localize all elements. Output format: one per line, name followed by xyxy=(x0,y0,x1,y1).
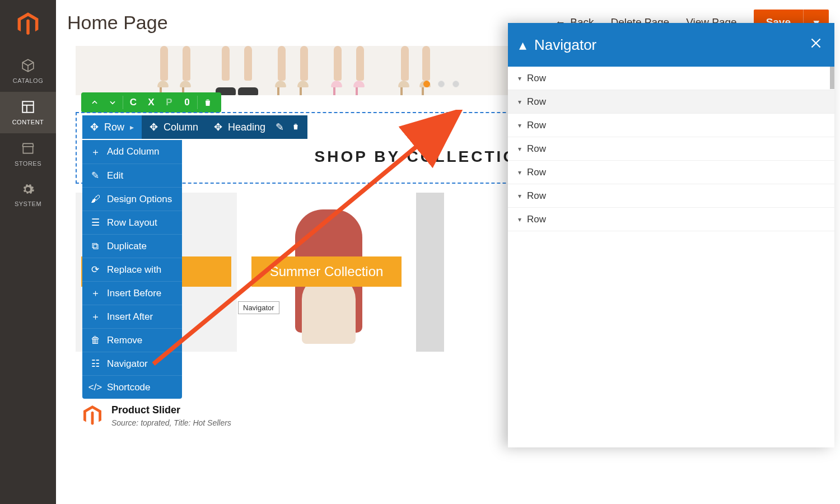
move-icon: ✥ xyxy=(90,121,99,133)
product-slider-subtitle: Source: toprated, Title: Hot Sellers xyxy=(111,418,231,427)
close-icon[interactable] xyxy=(809,36,823,54)
slider-dot-3[interactable] xyxy=(452,81,459,87)
paste-button[interactable]: P xyxy=(160,97,178,108)
gear-icon xyxy=(0,183,56,197)
svg-rect-0 xyxy=(22,101,34,113)
navigator-row[interactable]: ▾Row xyxy=(508,90,834,114)
cube-icon xyxy=(0,58,56,74)
ctx-edit[interactable]: ✎Edit xyxy=(82,164,182,187)
ctx-add-column[interactable]: ＋Add Column xyxy=(82,140,182,164)
ctx-insert-before[interactable]: ＋Insert Before xyxy=(82,281,182,305)
ctx-replace[interactable]: ⟳Replace with xyxy=(82,258,182,281)
navigator-row[interactable]: ▾Row xyxy=(508,114,834,137)
move-icon: ✥ xyxy=(214,121,222,133)
ctx-insert-after[interactable]: ＋Insert After xyxy=(82,305,182,328)
pencil-icon[interactable]: ✎ xyxy=(276,121,284,133)
crumb-column-label: Column xyxy=(164,122,198,133)
card-band-2: Summer Collection xyxy=(251,256,402,287)
copy-icon: ⧉ xyxy=(90,241,100,252)
layers-icon: ☷ xyxy=(90,358,100,370)
nav-content-label: CONTENT xyxy=(12,119,44,125)
ctx-design-options[interactable]: 🖌Design Options xyxy=(82,187,182,211)
collection-card-2[interactable]: Summer Collection xyxy=(246,193,407,352)
collapse-icon[interactable]: ▴ xyxy=(519,36,526,54)
chevron-down-icon: ▾ xyxy=(518,169,521,176)
navigator-row[interactable]: ▾Row xyxy=(508,137,834,161)
cut-button[interactable]: X xyxy=(142,97,160,108)
navigator-row[interactable]: ▾Row xyxy=(508,67,834,90)
crumb-column[interactable]: ✥ Column xyxy=(142,115,206,139)
chevron-down-icon: ▾ xyxy=(518,192,521,200)
navigator-body: ▾Row ▾Row ▾Row ▾Row ▾Row ▾Row ▾Row xyxy=(508,67,834,447)
crumb-row-label: Row xyxy=(104,122,124,133)
copy-button[interactable]: C xyxy=(124,97,142,108)
admin-sidebar: CATALOG CONTENT STORES SYSTEM xyxy=(0,0,56,504)
pencil-icon: ✎ xyxy=(90,170,100,181)
slider-dot-1[interactable] xyxy=(423,81,430,87)
chevron-right-icon: ▸ xyxy=(130,123,134,132)
move-icon: ✥ xyxy=(150,121,158,133)
collection-card-3[interactable] xyxy=(416,193,444,352)
nav-catalog-label: CATALOG xyxy=(13,77,43,84)
layout-icon xyxy=(0,100,56,115)
plus-icon: ＋ xyxy=(90,287,100,300)
nav-system-label: SYSTEM xyxy=(15,200,41,207)
trash-icon[interactable] xyxy=(292,122,300,133)
trash-icon: 🗑 xyxy=(90,335,100,346)
row-context-menu: ＋Add Column ✎Edit 🖌Design Options ☰Row L… xyxy=(82,140,182,399)
navigator-row[interactable]: ▾Row xyxy=(508,208,834,231)
navigator-tooltip: Navigator xyxy=(238,301,279,314)
navigator-header: ▴ Navigator xyxy=(508,23,834,67)
navigator-panel: ▴ Navigator ▾Row ▾Row ▾Row ▾Row ▾Row ▾Ro… xyxy=(508,23,834,447)
nav-stores-label: STORES xyxy=(15,160,41,167)
plus-icon: ＋ xyxy=(90,146,100,158)
ctx-duplicate[interactable]: ⧉Duplicate xyxy=(82,234,182,258)
storefront-icon xyxy=(0,141,56,157)
refresh-icon: ⟳ xyxy=(90,264,100,276)
brush-icon: 🖌 xyxy=(90,194,100,205)
product-slider-title: Product Slider xyxy=(111,404,231,416)
chevron-down-icon: ▾ xyxy=(518,98,521,106)
nav-content[interactable]: CONTENT xyxy=(0,92,56,133)
move-down-button[interactable] xyxy=(104,92,122,113)
nav-catalog[interactable]: CATALOG xyxy=(0,50,56,92)
ctx-navigator[interactable]: ☷Navigator xyxy=(82,352,182,375)
magento-icon xyxy=(81,404,104,427)
element-breadcrumb: ✥ Row ▸ ✥ Column ✥ Heading ✎ xyxy=(82,115,307,139)
chevron-down-icon: ▾ xyxy=(518,216,521,223)
slider-dots xyxy=(423,81,459,87)
ctx-shortcode[interactable]: </>Shortcode xyxy=(82,375,182,399)
crumb-row[interactable]: ✥ Row ▸ xyxy=(82,115,142,139)
chevron-down-icon: ▾ xyxy=(518,145,521,153)
product-slider-meta: Product Slider Source: toprated, Title: … xyxy=(81,404,361,427)
chevron-down-icon: ▾ xyxy=(518,74,521,82)
navigator-row[interactable]: ▾Row xyxy=(508,184,834,208)
ctx-remove[interactable]: 🗑Remove xyxy=(82,328,182,352)
crumb-heading-label: Heading xyxy=(228,122,265,133)
magento-logo xyxy=(14,10,42,38)
rows-icon: ☰ xyxy=(90,217,100,228)
page-title: Home Page xyxy=(67,12,168,34)
code-icon: </> xyxy=(90,382,100,393)
crumb-heading[interactable]: ✥ Heading ✎ xyxy=(206,115,307,139)
element-toolbar: C X P 0 xyxy=(81,92,221,113)
slider-dot-2[interactable] xyxy=(438,81,445,87)
navigator-row[interactable]: ▾Row xyxy=(508,161,834,184)
navigator-title: Navigator xyxy=(534,36,596,54)
toolbar-trash-button[interactable] xyxy=(199,92,217,113)
nav-system[interactable]: SYSTEM xyxy=(0,175,56,215)
move-up-button[interactable] xyxy=(86,92,104,113)
chevron-down-icon: ▾ xyxy=(518,122,521,129)
zero-button[interactable]: 0 xyxy=(178,97,196,108)
plus-icon: ＋ xyxy=(90,310,100,323)
nav-stores[interactable]: STORES xyxy=(0,133,56,175)
scrollbar-thumb[interactable] xyxy=(830,67,834,89)
ctx-row-layout[interactable]: ☰Row Layout xyxy=(82,211,182,234)
